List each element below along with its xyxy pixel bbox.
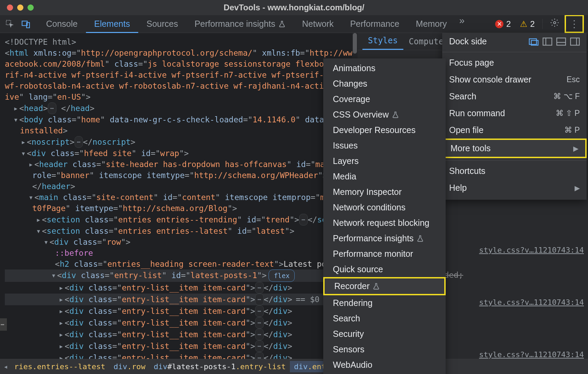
window-controls	[7, 4, 34, 11]
device-toggle-icon[interactable]	[20, 18, 32, 30]
devtools-toolbar: Console Elements Sources Performance ins…	[0, 15, 588, 33]
menu-item-show-console-drawer[interactable]: Show console drawerEsc	[442, 71, 587, 88]
breadcrumb: ◂ ries.entries--latest div.row div#lates…	[0, 359, 588, 374]
submenu-item-rendering[interactable]: Rendering	[323, 295, 446, 311]
more-tools-highlight: More tools▶	[442, 139, 587, 158]
crumb-item[interactable]: div.row	[109, 361, 150, 372]
submenu-item-recorder[interactable]: Recorder	[325, 278, 444, 294]
minimize-icon[interactable]	[17, 4, 23, 11]
stylesheet-link[interactable]: style.css?v…11210743:14	[479, 297, 584, 308]
dock-side-label: Dock side	[449, 36, 487, 46]
flask-icon	[416, 234, 424, 243]
dock-undock-icon[interactable]	[529, 37, 538, 46]
toolbar-status: ✕ 2 ⚠ 2 ⋮	[492, 15, 588, 33]
dock-right-icon[interactable]	[570, 37, 580, 46]
submenu-item-media[interactable]: Media	[323, 169, 446, 184]
dock-left-icon[interactable]	[543, 37, 552, 46]
inspect-icon[interactable]	[4, 18, 16, 30]
submenu-item-network-conditions[interactable]: Network conditions	[323, 200, 446, 215]
submenu-item-webaudio[interactable]: WebAudio	[323, 357, 446, 373]
chevron-left-icon[interactable]: ◂	[3, 362, 8, 371]
stylesheet-link[interactable]: style.css?v…11210743:14	[479, 245, 584, 256]
submenu-item-developer-resources[interactable]: Developer Resources	[323, 122, 446, 138]
submenu-item-layers[interactable]: Layers	[323, 153, 446, 169]
svg-rect-6	[543, 38, 552, 45]
tab-performance[interactable]: Performance	[342, 15, 407, 33]
menu-item-focus-page[interactable]: Focus page	[442, 54, 587, 71]
stylesheet-link[interactable]: style.css?v…11210743:14	[479, 349, 584, 360]
submenu-item-security[interactable]: Security	[323, 326, 446, 342]
flask-icon	[278, 20, 286, 28]
menu-item-search[interactable]: Search⌘ ⌥ F	[442, 88, 587, 105]
menu-item-help[interactable]: Help▶	[442, 179, 587, 196]
close-icon[interactable]	[7, 4, 13, 11]
crumb-item[interactable]: ries.entries--latest	[10, 361, 109, 372]
settings-icon[interactable]	[547, 16, 563, 32]
submenu-item-performance-monitor[interactable]: Performance monitor	[323, 246, 446, 262]
main-menu: Dock side Focus pageShow console drawerE…	[442, 33, 587, 200]
tab-elements[interactable]: Elements	[86, 15, 138, 33]
dock-side-row: Dock side	[442, 33, 587, 50]
kebab-highlight: ⋮	[565, 15, 584, 33]
more-tools-submenu: AnimationsChangesCoverageCSS OverviewDev…	[323, 58, 446, 374]
submenu-item-issues[interactable]: Issues	[323, 138, 446, 153]
submenu-item-search[interactable]: Search	[323, 311, 446, 326]
chevron-right-icon: ▶	[575, 184, 580, 192]
submenu-item-webauthn[interactable]: WebAuthn	[323, 373, 446, 374]
warning-icon: ⚠	[520, 19, 527, 29]
kebab-menu-icon[interactable]: ⋮	[566, 16, 582, 32]
submenu-item-css-overview[interactable]: CSS Overview	[323, 107, 446, 122]
flask-icon	[392, 111, 399, 120]
submenu-item-animations[interactable]: Animations	[323, 60, 446, 76]
maximize-icon[interactable]	[28, 4, 34, 11]
panel-tabs: Console Elements Sources Performance ins…	[38, 15, 469, 33]
submenu-item-memory-inspector[interactable]: Memory Inspector	[323, 184, 446, 200]
recorder-highlight: Recorder	[323, 277, 446, 295]
menu-item-open-file[interactable]: Open file⌘ P	[442, 122, 587, 139]
tab-network[interactable]: Network	[294, 15, 342, 33]
warning-count[interactable]: ⚠ 2	[516, 18, 538, 30]
tab-console[interactable]: Console	[38, 15, 86, 33]
menu-item-more-tools[interactable]: More tools▶	[444, 140, 585, 157]
crumb-item[interactable]: div#latest-posts-1.entry-list	[150, 361, 290, 372]
elements-panel[interactable]: <!DOCTYPE html> <html xmlns:og="http://o…	[0, 33, 358, 359]
svg-rect-4	[529, 38, 536, 44]
tab-performance-insights[interactable]: Performance insights	[186, 15, 294, 33]
menu-item-run-command[interactable]: Run command⌘ ⇧ P	[442, 105, 587, 122]
submenu-item-changes[interactable]: Changes	[323, 76, 446, 91]
svg-rect-10	[570, 38, 579, 45]
window-title: DevTools - www.hongkiat.com/blog/	[224, 3, 364, 12]
submenu-item-network-request-blocking[interactable]: Network request blocking	[323, 215, 446, 231]
submenu-item-coverage[interactable]: Coverage	[323, 91, 446, 107]
error-count[interactable]: ✕ 2	[492, 18, 514, 30]
tab-styles[interactable]: Styles	[362, 32, 403, 50]
svg-point-3	[554, 22, 556, 24]
tab-sources[interactable]: Sources	[138, 15, 186, 33]
flex-badge[interactable]: flex	[269, 270, 295, 282]
tab-memory[interactable]: Memory	[407, 15, 455, 33]
overflow-icon[interactable]: ⋯	[0, 318, 7, 331]
submenu-item-quick-source[interactable]: Quick source	[323, 262, 446, 277]
submenu-item-sensors[interactable]: Sensors	[323, 342, 446, 357]
title-bar: DevTools - www.hongkiat.com/blog/	[0, 0, 588, 15]
submenu-item-performance-insights[interactable]: Performance insights	[323, 231, 446, 246]
dock-bottom-icon[interactable]	[556, 37, 566, 46]
chevron-right-icon: ▶	[573, 144, 578, 153]
more-tabs-icon[interactable]: »	[455, 15, 469, 33]
error-icon: ✕	[495, 20, 503, 28]
menu-item-shortcuts[interactable]: Shortcuts	[442, 163, 587, 179]
svg-rect-8	[557, 38, 566, 45]
flask-icon	[372, 282, 380, 291]
